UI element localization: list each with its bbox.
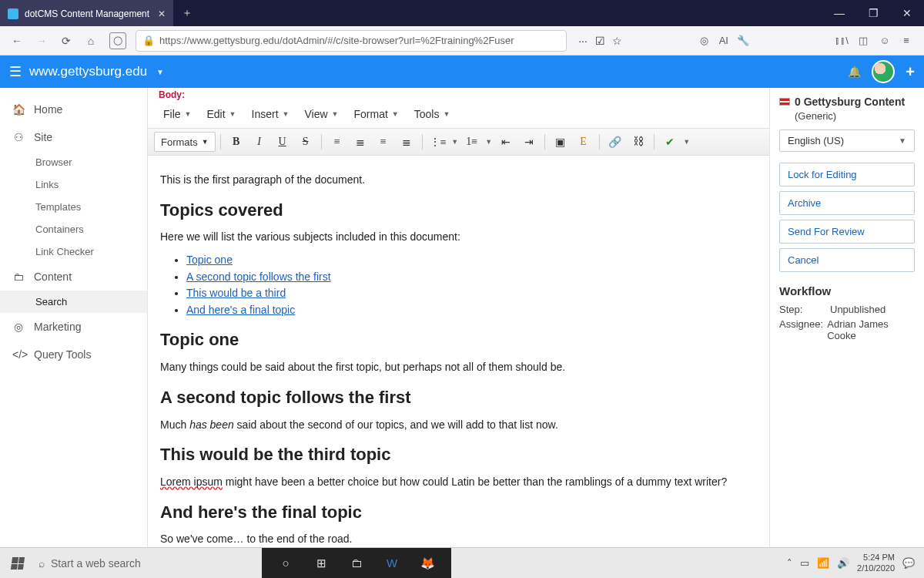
sidebar-sub-linkchecker[interactable]: Link Checker [0,240,147,263]
bookmark-star-icon[interactable]: ☆ [610,35,624,47]
browser-tabstrip: dotCMS Content Management ✕ ＋ — ❐ ✕ [0,0,924,26]
wifi-icon[interactable]: 📶 [817,557,829,569]
outdent-button[interactable]: ⇤ [495,132,517,152]
check-dd[interactable]: ▼ [682,132,691,152]
editor-body[interactable]: This is the first paragraph of the docum… [148,156,769,547]
align-left-button[interactable]: ≡ [326,132,348,152]
topic-link[interactable]: A second topic follows the first [186,271,331,283]
add-button[interactable]: + [906,63,915,81]
embed-button[interactable]: E [573,132,594,152]
unlink-button[interactable]: ⛓ [628,132,649,152]
bullet-list-button[interactable]: ⋮≡ [427,132,449,152]
heading: Topics covered [160,199,757,223]
number-list-button[interactable]: 1≡ [461,132,483,152]
sidebar-item-content[interactable]: 🗀 Content [0,263,147,291]
heading: A second topic follows the first [160,386,757,410]
site-dropdown-icon[interactable]: ▼ [156,68,164,76]
menu-format[interactable]: Format▼ [346,105,406,123]
underline-button[interactable]: U [272,132,293,152]
notifications-tray-icon[interactable]: 💬 [902,557,915,569]
right-panel: 0 Gettysburg Content (Generic) English (… [770,88,924,547]
number-list-dd[interactable]: ▼ [484,132,494,152]
cortana-icon[interactable]: ○ [268,548,303,578]
battery-icon[interactable]: ▭ [800,557,809,569]
assignee-label: Assignee: [779,318,827,341]
avatar[interactable] [872,60,895,83]
wrench-icon[interactable]: 🔧 [736,35,750,46]
home-button[interactable]: ⌂ [80,30,102,52]
sidebar-item-querytools[interactable]: </> Query Tools [0,341,147,368]
ai-label[interactable]: AI [719,35,728,46]
sidebar-sub-browser[interactable]: Browser [0,151,147,173]
align-right-button[interactable]: ≡ [373,132,394,152]
menu-edit[interactable]: Edit▼ [199,105,243,123]
menu-icon[interactable]: ≡ [899,35,913,46]
workflow-heading: Workflow [779,284,915,297]
window-close[interactable]: ✕ [890,0,924,26]
topic-link[interactable]: And here's a final topic [186,304,295,316]
site-name: www.gettysburg.edu [29,64,147,79]
account-icon[interactable]: ☺ [878,35,892,46]
indent-button[interactable]: ⇥ [518,132,540,152]
word-icon[interactable]: W [374,548,410,578]
topic-link[interactable]: Topic one [186,254,233,266]
archive-button[interactable]: Archive [779,191,915,215]
taskbar-search[interactable]: ⌕ Start a web search [31,550,246,576]
shield-icon[interactable]: ◯ [109,32,126,49]
sidebar-icon[interactable]: ◫ [856,35,870,46]
strike-button[interactable]: S [295,132,316,152]
send-for-review-button[interactable]: Send For Review [779,220,915,244]
start-button[interactable] [5,550,31,576]
content-icon: 🗀 [12,271,25,283]
menu-file[interactable]: File▼ [156,105,199,123]
bullet-list-dd[interactable]: ▼ [450,132,460,152]
check-button[interactable]: ✔ [659,132,681,152]
align-justify-button[interactable]: ≣ [396,132,417,152]
menu-insert[interactable]: Insert▼ [244,105,297,123]
hamburger-icon[interactable]: ☰ [9,63,22,80]
extension-icon[interactable]: ◎ [698,35,711,46]
reader-icon[interactable]: ☑ [593,35,607,47]
forward-button[interactable]: → [31,30,52,52]
align-center-button[interactable]: ≣ [350,132,371,152]
bold-button[interactable]: B [226,132,247,152]
url-bar[interactable]: 🔒 https://www.gettysburg.edu/dotAdmin/#/… [136,30,567,52]
tray-chevron-icon[interactable]: ˄ [787,557,792,569]
clock[interactable]: 5:24 PM 2/10/2020 [857,553,895,573]
sidebar-item-home[interactable]: 🏠 Home [0,96,147,123]
url-text: https://www.gettysburg.edu/dotAdmin/#/c/… [159,35,514,46]
body-field-label: Body: [148,88,769,100]
sidebar-sub-templates[interactable]: Templates [0,196,147,218]
sidebar-item-site[interactable]: ⚇ Site [0,123,147,151]
sound-icon[interactable]: 🔊 [837,557,849,569]
image-button[interactable]: ▣ [550,132,571,152]
close-icon[interactable]: ✕ [158,8,166,19]
new-tab-button[interactable]: ＋ [173,0,201,26]
back-button[interactable]: ← [6,30,28,52]
notifications-icon[interactable]: 🔔 [848,66,861,78]
sidebar-sub-links[interactable]: Links [0,173,147,196]
taskview-icon[interactable]: ⊞ [303,548,339,578]
sidebar-label: Content [34,271,72,283]
library-icon[interactable]: ⫿⫿\ [835,35,849,46]
more-icon[interactable]: ··· [576,35,590,47]
sidebar-sub-containers[interactable]: Containers [0,218,147,240]
window-maximize[interactable]: ❐ [856,0,890,26]
language-select[interactable]: English (US)▼ [779,129,915,152]
firefox-icon[interactable]: 🦊 [410,548,445,578]
flag-icon [779,98,790,106]
menu-view[interactable]: View▼ [296,105,346,123]
explorer-icon[interactable]: 🗀 [339,548,374,578]
sidebar-item-marketing[interactable]: ◎ Marketing [0,313,147,341]
topic-link[interactable]: This would be a third [186,287,286,299]
formats-dropdown[interactable]: Formats▼ [154,132,216,152]
window-minimize[interactable]: — [822,0,856,26]
italic-button[interactable]: I [249,132,270,152]
link-button[interactable]: 🔗 [604,132,626,152]
lock-for-editing-button[interactable]: Lock for Editing [779,163,915,187]
menu-tools[interactable]: Tools▼ [407,105,458,123]
sidebar-sub-search[interactable]: Search [0,291,147,313]
reload-button[interactable]: ⟳ [55,30,77,52]
cancel-button[interactable]: Cancel [779,248,915,272]
browser-tab[interactable]: dotCMS Content Management ✕ [0,0,173,26]
